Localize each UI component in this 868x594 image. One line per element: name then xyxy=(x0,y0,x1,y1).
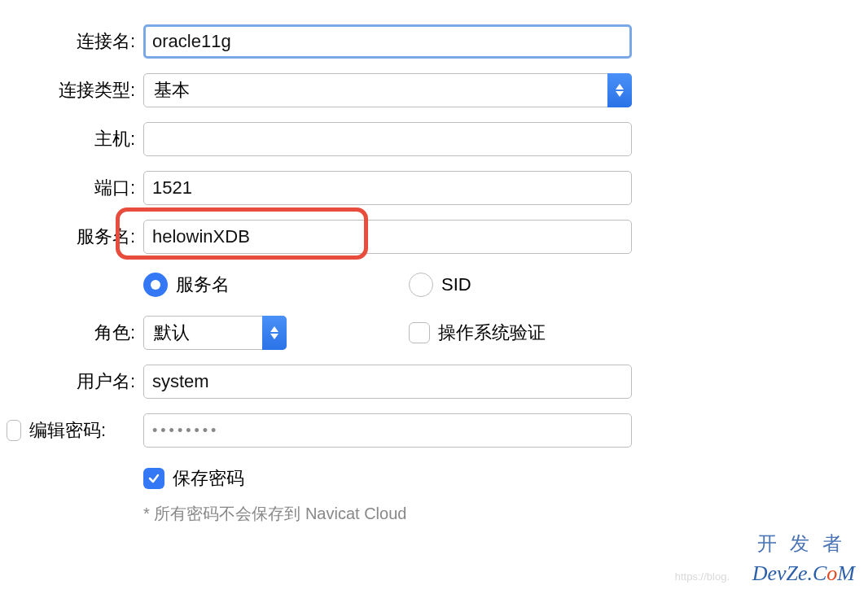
connection-form: 连接名: 连接类型: 基本 主机: 端口: xyxy=(0,0,868,525)
label-edit-password: 编辑密码: xyxy=(29,418,106,443)
checkbox-unchecked-icon xyxy=(409,322,430,343)
radio-sid[interactable]: SID xyxy=(409,269,471,301)
radio-sid-label: SID xyxy=(441,274,471,295)
radio-icon-unchecked xyxy=(409,273,433,297)
password-input[interactable]: •••••••• xyxy=(143,413,632,448)
os-auth-label: 操作系统验证 xyxy=(438,321,546,345)
row-save-password: 保存密码 xyxy=(7,462,868,495)
row-password: 编辑密码: •••••••• xyxy=(7,413,868,448)
connection-type-select[interactable]: 基本 xyxy=(143,73,632,107)
radio-icon-checked xyxy=(143,273,168,297)
cloud-hint: * 所有密码不会保存到 Navicat Cloud xyxy=(143,503,406,525)
row-host: 主机: xyxy=(7,122,868,156)
watermark-url: https://blog. xyxy=(675,570,730,583)
watermark-cn: 开发者 xyxy=(757,531,855,557)
select-stepper-icon xyxy=(262,316,287,350)
label-role: 角色: xyxy=(94,321,135,345)
port-input[interactable] xyxy=(143,171,632,205)
row-role: 角色: 默认 操作系统验证 xyxy=(7,316,868,350)
os-auth-check[interactable]: 操作系统验证 xyxy=(409,317,546,349)
watermark-logo: DevZe.CoM xyxy=(752,561,855,586)
service-name-input[interactable] xyxy=(143,220,632,254)
label-host: 主机: xyxy=(94,127,135,151)
save-password-label: 保存密码 xyxy=(173,466,244,491)
connection-type-value: 基本 xyxy=(154,78,190,103)
label-connection-name: 连接名: xyxy=(77,29,135,54)
svg-marker-0 xyxy=(616,84,624,90)
username-input[interactable] xyxy=(143,365,632,399)
role-select[interactable]: 默认 xyxy=(143,316,287,350)
row-service-name: 服务名: xyxy=(7,220,868,254)
svg-marker-1 xyxy=(616,91,624,97)
host-input[interactable] xyxy=(143,122,632,156)
save-password-check[interactable]: 保存密码 xyxy=(143,462,244,495)
radio-service-name-label: 服务名 xyxy=(176,273,230,297)
label-username: 用户名: xyxy=(77,369,135,394)
row-connection-name: 连接名: xyxy=(7,24,868,59)
svg-marker-2 xyxy=(270,326,278,332)
row-port: 端口: xyxy=(7,171,868,205)
role-value: 默认 xyxy=(154,321,190,345)
label-port: 端口: xyxy=(94,176,135,200)
row-hint: * 所有密码不会保存到 Navicat Cloud xyxy=(7,503,868,525)
select-stepper-icon xyxy=(607,73,632,107)
row-service-type-radio: 服务名 SID xyxy=(7,269,868,301)
radio-service-name[interactable]: 服务名 xyxy=(143,269,409,301)
password-masked: •••••••• xyxy=(152,422,219,439)
connection-name-input[interactable] xyxy=(143,24,632,59)
label-service-name: 服务名: xyxy=(77,225,135,249)
row-connection-type: 连接类型: 基本 xyxy=(7,73,868,107)
label-connection-type: 连接类型: xyxy=(59,78,135,103)
row-username: 用户名: xyxy=(7,365,868,399)
checkbox-checked-icon xyxy=(143,468,164,489)
edit-password-checkbox[interactable] xyxy=(7,420,21,441)
svg-marker-3 xyxy=(270,334,278,339)
